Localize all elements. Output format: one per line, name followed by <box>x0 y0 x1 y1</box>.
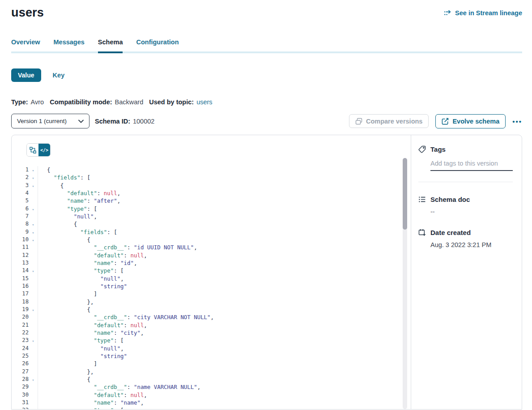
more-options-button[interactable]: ••• <box>512 117 522 125</box>
schema-editor: </> 1▾{2▾ "fields": [3▾ {4 "default": nu… <box>12 135 411 409</box>
line-number: 18 <box>12 298 29 306</box>
line-number: 20 <box>12 313 29 321</box>
gutter <box>29 345 38 352</box>
schema-meta: Type: Avro Compatibility mode: Backward … <box>11 98 522 106</box>
code-line: 20 "__crdb__": "city VARCHAR NOT NULL", <box>12 313 411 321</box>
date-created-title: Date created <box>430 229 471 236</box>
used-by-topic-link[interactable]: users <box>196 98 212 106</box>
line-number: 12 <box>12 252 29 259</box>
fold-toggle-icon[interactable]: ▾ <box>32 207 34 212</box>
used-by-topic-label: Used by topic: <box>149 98 194 106</box>
date-created-header: Date created <box>418 229 513 236</box>
tags-section-header: Tags <box>418 145 513 153</box>
gutter <box>29 252 38 259</box>
gutter <box>29 329 38 337</box>
gutter <box>29 189 38 197</box>
code-line: 5 "name": "after", <box>12 197 411 205</box>
compatibility-pair: Compatibility mode: Backward <box>50 98 143 106</box>
tree-view-button[interactable] <box>27 144 38 156</box>
gutter <box>29 399 38 406</box>
code-text: { <box>38 306 90 313</box>
type-value: Avro <box>31 98 44 106</box>
code-line: 25 "string" <box>12 352 411 360</box>
schema-panel: </> 1▾{2▾ "fields": [3▾ {4 "default": nu… <box>11 135 522 410</box>
code-view-button[interactable]: </> <box>38 144 50 156</box>
line-number: 32 <box>12 406 29 409</box>
code-line: 17 ] <box>12 290 411 298</box>
chevron-down-icon <box>78 120 84 123</box>
fold-toggle-icon[interactable]: ▾ <box>32 308 34 312</box>
fold-toggle-icon[interactable]: ▾ <box>32 409 34 409</box>
fold-toggle-icon[interactable]: ▾ <box>32 238 34 243</box>
evolve-schema-button[interactable]: Evolve schema <box>435 114 506 128</box>
code-line: 12 "default": null, <box>12 252 411 259</box>
fold-toggle-icon[interactable]: ▾ <box>32 184 34 188</box>
line-number: 14 <box>12 267 29 274</box>
code-text: "default": null, <box>38 321 147 329</box>
key-toggle-button[interactable]: Key <box>53 72 65 79</box>
gutter: ▾ <box>29 205 38 213</box>
tags-input[interactable] <box>430 160 513 171</box>
editor-scrollbar-track[interactable] <box>403 158 407 409</box>
code-line: 6▾ "type": [ <box>12 205 411 213</box>
gutter <box>29 213 38 220</box>
gutter <box>29 352 38 360</box>
line-number: 21 <box>12 321 29 329</box>
edit-icon <box>442 118 449 125</box>
code-text: { <box>38 376 90 383</box>
page-title: users <box>11 6 44 20</box>
page-header: users See in Stream lineage <box>11 0 522 20</box>
line-number: 6 <box>12 205 29 213</box>
code-line: 16 "string" <box>12 282 411 290</box>
gutter <box>29 360 38 367</box>
type-pair: Type: Avro <box>11 98 44 106</box>
code-text: "default": null, <box>38 189 120 197</box>
line-number: 8 <box>12 220 29 228</box>
doc-list-icon <box>418 196 426 203</box>
code-text: "string" <box>38 282 127 290</box>
code-line: 32▾ "type": [ <box>12 406 411 409</box>
line-number: 24 <box>12 345 29 352</box>
fold-toggle-icon[interactable]: ▾ <box>32 222 34 227</box>
compare-versions-button[interactable]: Compare versions <box>349 114 429 128</box>
gutter <box>29 313 38 321</box>
version-select-value: Version 1 (current) <box>17 118 67 124</box>
fold-toggle-icon[interactable]: ▾ <box>32 378 34 382</box>
gutter: ▾ <box>29 174 38 181</box>
code-line: 14▾ "type": [ <box>12 267 411 274</box>
code-line: 18 }, <box>12 298 411 306</box>
fold-toggle-icon[interactable]: ▾ <box>32 269 34 273</box>
tab-configuration[interactable]: Configuration <box>136 38 179 51</box>
fold-toggle-icon[interactable]: ▾ <box>32 168 34 173</box>
fold-toggle-icon[interactable]: ▾ <box>32 339 34 343</box>
tab-messages[interactable]: Messages <box>54 38 85 51</box>
line-number: 23 <box>12 337 29 344</box>
schema-doc-header: Schema doc <box>418 196 513 203</box>
gutter: ▾ <box>29 337 38 344</box>
code-line: 13 "name": "id", <box>12 259 411 267</box>
stream-lineage-link[interactable]: See in Stream lineage <box>444 9 522 17</box>
schema-page: users See in Stream lineage Overview Mes… <box>0 0 532 410</box>
line-number: 27 <box>12 368 29 376</box>
editor-scrollbar-thumb[interactable] <box>403 158 407 230</box>
gutter <box>29 243 38 251</box>
code-line: 15 "null", <box>12 275 411 282</box>
code-text: { <box>38 220 77 228</box>
code-text: "name": "name", <box>38 399 144 406</box>
stream-lineage-label: See in Stream lineage <box>455 9 522 17</box>
fold-toggle-icon[interactable]: ▾ <box>32 176 34 180</box>
used-by-topic-pair: Used by topic: users <box>149 98 212 106</box>
line-number: 15 <box>12 275 29 282</box>
compatibility-label: Compatibility mode: <box>50 98 112 106</box>
tab-schema[interactable]: Schema <box>98 38 123 51</box>
line-number: 3 <box>12 182 29 189</box>
tab-overview[interactable]: Overview <box>11 38 40 51</box>
code-text: "fields": [ <box>38 228 117 236</box>
line-number: 5 <box>12 197 29 205</box>
line-number: 10 <box>12 236 29 243</box>
calendar-plus-icon <box>418 229 426 236</box>
fold-toggle-icon[interactable]: ▾ <box>32 231 34 235</box>
version-select[interactable]: Version 1 (current) <box>11 114 89 128</box>
value-toggle-button[interactable]: Value <box>11 68 41 82</box>
tag-icon <box>418 145 426 153</box>
